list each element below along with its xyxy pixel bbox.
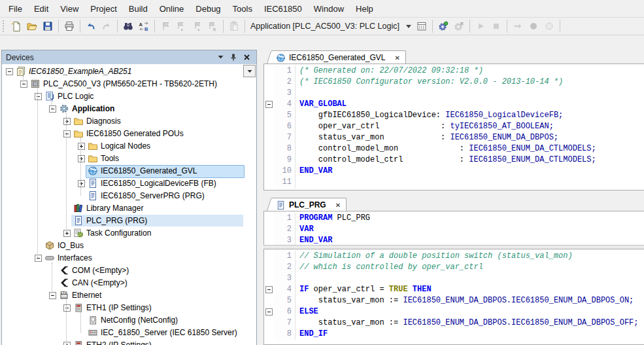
fold-collapse-toggle[interactable] bbox=[265, 286, 273, 293]
open-file-button[interactable] bbox=[25, 19, 39, 33]
toolbar-grip[interactable] bbox=[3, 20, 7, 32]
menu-tools[interactable]: Tools bbox=[227, 1, 258, 16]
tree-item-logical-nodes[interactable]: Logical Nodes bbox=[2, 140, 256, 153]
tree-item-iec61850-logicaldevicefb-fb[interactable]: IEC61850_LogicalDeviceFB (FB) bbox=[2, 177, 256, 190]
tree-item-netconfig-netconfig[interactable]: NetConfig (NetConfig) bbox=[2, 314, 256, 327]
expand-toggle[interactable] bbox=[63, 118, 71, 125]
tree-item-plc-ac500-v3-pm5650-2eth-tb5620-2eth[interactable]: PLC_AC500_V3 (PM5650-2ETH - TB5620-2ETH) bbox=[2, 78, 256, 90]
start-button[interactable] bbox=[473, 19, 488, 33]
save-button[interactable] bbox=[41, 19, 55, 33]
tree-item-eth1-ip-settings[interactable]: ETH1 (IP Settings) bbox=[2, 302, 256, 314]
fold-margin bbox=[264, 77, 274, 88]
editor-tab-plc-prg[interactable]: PLC_PRG✕ bbox=[271, 198, 347, 211]
pin-icon[interactable] bbox=[228, 52, 239, 63]
fold-collapse-toggle[interactable] bbox=[265, 308, 273, 316]
panel-menu-button[interactable] bbox=[214, 52, 226, 63]
line-number: 2 bbox=[274, 262, 296, 273]
line-number: 4 bbox=[274, 99, 296, 110]
collapse-toggle[interactable] bbox=[35, 93, 42, 100]
tree-item-tools[interactable]: Tools bbox=[2, 153, 256, 165]
prg-declaration-code[interactable]: 1PROGRAM PLC_PRG2VAR3END_VAR bbox=[264, 211, 644, 245]
undo-button[interactable] bbox=[84, 19, 98, 33]
breakpoint-outline-button[interactable] bbox=[542, 19, 556, 33]
replace-button[interactable]: AB bbox=[137, 19, 151, 33]
tree-item-diagnosis[interactable]: Diagnosis bbox=[2, 115, 256, 128]
tab-close-icon[interactable]: ✕ bbox=[394, 54, 399, 62]
com-icon bbox=[59, 265, 69, 276]
expand-toggle[interactable] bbox=[63, 230, 71, 237]
collapse-toggle[interactable] bbox=[63, 130, 71, 137]
tree-item-can-empty[interactable]: CAN (<Empty>) bbox=[2, 277, 256, 289]
menu-help[interactable]: Help bbox=[350, 1, 379, 16]
tree-item-library-manager[interactable]: Library Manager bbox=[2, 202, 256, 215]
fold-collapse-toggle[interactable] bbox=[265, 101, 273, 108]
menu-debug[interactable]: Debug bbox=[190, 1, 226, 16]
com-icon bbox=[59, 278, 69, 288]
plc-icon bbox=[30, 79, 41, 89]
menu-build[interactable]: Build bbox=[123, 1, 154, 16]
expand-toggle[interactable] bbox=[78, 143, 85, 150]
editor-tab-iec61850-generated-gvl[interactable]: IEC61850_Generated_GVL✕ bbox=[271, 50, 406, 64]
line-number: 1 bbox=[274, 213, 296, 224]
menu-iec61850[interactable]: IEC61850 bbox=[258, 1, 308, 16]
tree-item-io-bus[interactable]: IO_Bus bbox=[2, 240, 256, 252]
print-button[interactable] bbox=[62, 19, 76, 33]
paste-button[interactable] bbox=[227, 19, 241, 33]
expand-toggle[interactable] bbox=[63, 342, 71, 345]
tree-guide-line bbox=[37, 88, 38, 258]
collapse-toggle[interactable] bbox=[49, 292, 56, 299]
tree-item-plc-prg-prg[interactable]: PLC_PRG (PRG) bbox=[2, 215, 256, 227]
prg-body-code[interactable]: 1// Simulation of a double position swit… bbox=[264, 249, 644, 344]
tree-item-iec61850-serverprg-prg[interactable]: IEC61850_ServerPRG (PRG) bbox=[2, 190, 256, 202]
tree-item-com-empty[interactable]: COM (<Empty>) bbox=[2, 264, 256, 277]
step-over-button[interactable] bbox=[511, 19, 525, 33]
tab-label: PLC_PRG bbox=[289, 200, 326, 209]
build-button[interactable] bbox=[415, 19, 429, 33]
expand-toggle[interactable] bbox=[78, 180, 85, 187]
menu-window[interactable]: Window bbox=[308, 1, 350, 16]
tree-item-iec61850-generated-pous[interactable]: IEC61850 Generated POUs bbox=[2, 128, 256, 140]
gvl-declaration-code[interactable]: 1(* Generated on: 22/07/2022 09:32:18 *)… bbox=[264, 64, 644, 190]
fold-margin bbox=[264, 99, 274, 110]
bookmark-clear-button[interactable] bbox=[205, 19, 220, 33]
tree-item-iec-61850-server-iec-61850-server[interactable]: IEC_61850_Server (IEC 61850 Server) bbox=[2, 327, 256, 339]
menu-online[interactable]: Online bbox=[154, 1, 190, 16]
close-icon[interactable] bbox=[241, 52, 252, 63]
active-application-selector[interactable]: Application [PLC_AC500_V3: PLC Logic] bbox=[248, 20, 414, 32]
tree-item-eth2-ip-settings[interactable]: ETH2 (IP Settings) bbox=[2, 339, 256, 345]
find-button[interactable] bbox=[121, 19, 135, 33]
breakpoint-button[interactable] bbox=[526, 19, 541, 33]
tree-item-iec61850-generated-gvl[interactable]: IEC61850_Generated_GVL bbox=[2, 165, 256, 177]
collapse-toggle[interactable] bbox=[49, 105, 56, 113]
ethport-icon bbox=[73, 340, 84, 345]
new-file-button[interactable] bbox=[9, 19, 24, 33]
menu-project[interactable]: Project bbox=[84, 1, 122, 16]
tree-item-application[interactable]: Application bbox=[2, 103, 256, 115]
pou-icon bbox=[88, 191, 98, 201]
tree-item-label: COM (<Empty>) bbox=[72, 266, 129, 275]
collapse-toggle[interactable] bbox=[63, 304, 71, 312]
tree-item-task-configuration[interactable]: Task Configuration bbox=[2, 227, 256, 240]
tree-guide-line bbox=[80, 138, 81, 196]
bookmark-button[interactable] bbox=[158, 19, 173, 33]
stop-button[interactable] bbox=[489, 19, 503, 33]
expand-toggle[interactable] bbox=[78, 155, 85, 162]
tree-item-iec61850-examplea-ab251[interactable]: IEC61850_ExampleA_AB251 bbox=[2, 65, 256, 78]
tree-item-interfaces[interactable]: Interfaces bbox=[2, 252, 256, 264]
collapse-toggle[interactable] bbox=[35, 255, 42, 262]
menu-view[interactable]: View bbox=[54, 1, 84, 16]
bookmark-next-button[interactable] bbox=[174, 19, 188, 33]
menu-file[interactable]: File bbox=[3, 1, 28, 16]
fold-margin bbox=[264, 166, 274, 177]
tree-item-ethernet[interactable]: ETHEthernet bbox=[2, 289, 256, 302]
collapse-toggle[interactable] bbox=[6, 68, 13, 75]
login-button[interactable] bbox=[436, 19, 450, 33]
menu-edit[interactable]: Edit bbox=[28, 1, 54, 16]
tab-close-icon[interactable]: ✕ bbox=[335, 202, 341, 209]
toolbar-separator bbox=[80, 20, 80, 33]
bookmark-prev-button[interactable] bbox=[190, 19, 204, 33]
logout-button[interactable] bbox=[452, 19, 466, 33]
redo-button[interactable] bbox=[99, 19, 114, 33]
collapse-toggle[interactable] bbox=[20, 81, 27, 88]
tree-item-plc-logic[interactable]: PLC Logic bbox=[2, 90, 256, 103]
